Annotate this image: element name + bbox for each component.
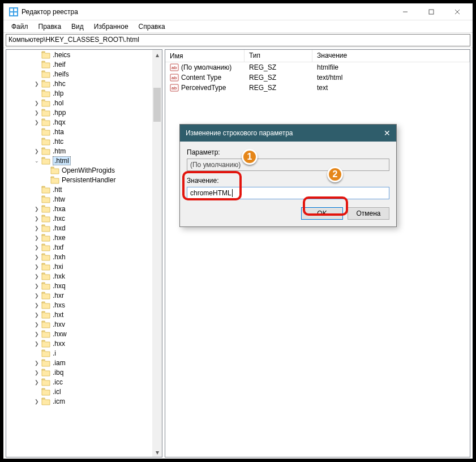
expand-icon[interactable]: ❯ <box>33 273 40 280</box>
expand-icon[interactable]: ❯ <box>33 263 40 270</box>
expand-icon[interactable]: ❯ <box>33 215 40 222</box>
tree-item[interactable]: ❯.hxt <box>6 310 152 319</box>
expand-icon[interactable]: ❯ <box>33 234 40 241</box>
menu-file[interactable]: Файл <box>7 22 33 32</box>
scroll-thumb[interactable] <box>153 88 161 122</box>
expand-icon[interactable] <box>33 61 40 68</box>
expand-icon[interactable] <box>33 52 40 58</box>
tree-item[interactable]: .icl <box>6 387 152 396</box>
tree-item[interactable]: ❯.hxs <box>6 300 152 310</box>
close-button[interactable] <box>444 3 470 20</box>
tree-item[interactable]: ❯.iam <box>6 358 152 367</box>
tree-item[interactable]: ❯.hxr <box>6 290 152 300</box>
expand-icon[interactable] <box>33 71 40 78</box>
tree-item[interactable]: ❯.icm <box>6 396 152 406</box>
tree-item[interactable]: ❯.htm <box>6 146 152 156</box>
dialog-close-icon[interactable]: ✕ <box>384 129 391 138</box>
value-input[interactable]: chromeHTML <box>187 187 389 199</box>
menu-view[interactable]: Вид <box>67 22 88 32</box>
expand-icon[interactable]: ❯ <box>33 283 40 289</box>
tree-item[interactable]: ❯.hpp <box>6 108 152 117</box>
tree-item[interactable]: .hta <box>6 127 152 136</box>
tree-scrollbar[interactable]: ▴ ▾ <box>152 50 162 457</box>
column-name[interactable]: Имя <box>165 50 245 62</box>
tree-item[interactable]: ❯.hxe <box>6 233 152 242</box>
expand-icon[interactable]: ❯ <box>33 369 40 376</box>
tree-item[interactable]: ❯.hxf <box>6 242 152 252</box>
expand-icon[interactable]: ❯ <box>33 206 40 212</box>
menu-edit[interactable]: Правка <box>34 22 66 32</box>
expand-icon[interactable]: ❯ <box>33 148 40 155</box>
tree-item[interactable]: ❯.ibq <box>6 367 152 377</box>
tree-item[interactable]: ❯.hqx <box>6 117 152 127</box>
values-list[interactable]: ab(По умолчанию)REG_SZhtmlfileabContent … <box>165 62 470 93</box>
expand-icon[interactable]: ❯ <box>33 244 40 251</box>
string-value-icon: ab <box>170 83 179 92</box>
expand-icon[interactable]: ❯ <box>33 379 40 386</box>
tree-item[interactable]: .i <box>6 348 152 358</box>
tree-item[interactable]: ❯.hxc <box>6 213 152 223</box>
ok-button[interactable]: OK <box>301 207 343 220</box>
tree-item[interactable]: ❯.hxh <box>6 252 152 262</box>
tree-item[interactable]: .hlp <box>6 88 152 98</box>
tree-item[interactable]: OpenWithProgids <box>6 165 152 175</box>
menu-help[interactable]: Справка <box>134 22 170 32</box>
expand-icon[interactable] <box>42 167 49 174</box>
expand-icon[interactable]: ❯ <box>33 225 40 232</box>
expand-icon[interactable] <box>33 138 40 145</box>
expand-icon[interactable]: ⌄ <box>33 157 40 164</box>
tree-item[interactable]: .heifs <box>6 69 152 79</box>
tree-item[interactable]: .htw <box>6 194 152 204</box>
minimize-button[interactable] <box>392 3 418 20</box>
expand-icon[interactable]: ❯ <box>33 331 40 337</box>
expand-icon[interactable] <box>42 177 49 183</box>
value-row[interactable]: ab(По умолчанию)REG_SZhtmlfile <box>165 62 470 72</box>
tree-item[interactable]: .heif <box>6 59 152 69</box>
tree-item[interactable]: ❯.hxd <box>6 223 152 233</box>
scroll-up-icon[interactable]: ▴ <box>152 50 162 59</box>
expand-icon[interactable]: ❯ <box>33 321 40 328</box>
tree-item[interactable]: ❯.hxa <box>6 204 152 213</box>
expand-icon[interactable] <box>33 129 40 135</box>
expand-icon[interactable] <box>33 186 40 193</box>
tree-item[interactable]: ❯.icc <box>6 377 152 387</box>
tree-item[interactable]: ❯.hxw <box>6 329 152 339</box>
address-bar[interactable]: Компьютер\HKEY_CLASSES_ROOT\.html <box>6 34 470 46</box>
expand-icon[interactable] <box>33 90 40 97</box>
expand-icon[interactable]: ❯ <box>33 360 40 366</box>
tree-item[interactable]: .heics <box>6 50 152 59</box>
tree-item[interactable]: .htt <box>6 185 152 194</box>
expand-icon[interactable] <box>33 388 40 395</box>
maximize-button[interactable] <box>418 3 444 20</box>
expand-icon[interactable]: ❯ <box>33 302 40 309</box>
tree-item[interactable]: ❯.hxk <box>6 271 152 281</box>
tree-item[interactable]: PersistentHandler <box>6 175 152 185</box>
tree-item[interactable]: .htc <box>6 136 152 146</box>
expand-icon[interactable] <box>33 196 40 203</box>
tree-item[interactable]: ⌄.html <box>6 156 152 165</box>
expand-icon[interactable]: ❯ <box>33 100 40 106</box>
registry-tree[interactable]: .heics.heif.heifs❯.hhc.hlp❯.hol❯.hpp❯.hq… <box>6 50 152 406</box>
value-row[interactable]: abPerceivedTypeREG_SZtext <box>165 83 470 93</box>
column-data[interactable]: Значение <box>312 50 470 62</box>
column-type[interactable]: Тип <box>245 50 312 62</box>
expand-icon[interactable]: ❯ <box>33 292 40 299</box>
tree-item[interactable]: ❯.hol <box>6 98 152 108</box>
tree-item[interactable]: ❯.hxx <box>6 339 152 348</box>
scroll-down-icon[interactable]: ▾ <box>152 447 162 457</box>
tree-item[interactable]: ❯.hxi <box>6 262 152 271</box>
expand-icon[interactable]: ❯ <box>33 254 40 260</box>
cancel-button[interactable]: Отмена <box>348 207 389 220</box>
tree-item[interactable]: ❯.hhc <box>6 79 152 88</box>
expand-icon[interactable]: ❯ <box>33 398 40 405</box>
menu-favorites[interactable]: Избранное <box>89 22 133 32</box>
expand-icon[interactable]: ❯ <box>33 340 40 347</box>
value-row[interactable]: abContent TypeREG_SZtext/html <box>165 72 470 83</box>
expand-icon[interactable]: ❯ <box>33 109 40 116</box>
expand-icon[interactable]: ❯ <box>33 311 40 318</box>
tree-item[interactable]: ❯.hxq <box>6 281 152 290</box>
expand-icon[interactable] <box>33 350 40 357</box>
expand-icon[interactable]: ❯ <box>33 80 40 87</box>
expand-icon[interactable]: ❯ <box>33 119 40 126</box>
tree-item[interactable]: ❯.hxv <box>6 319 152 329</box>
